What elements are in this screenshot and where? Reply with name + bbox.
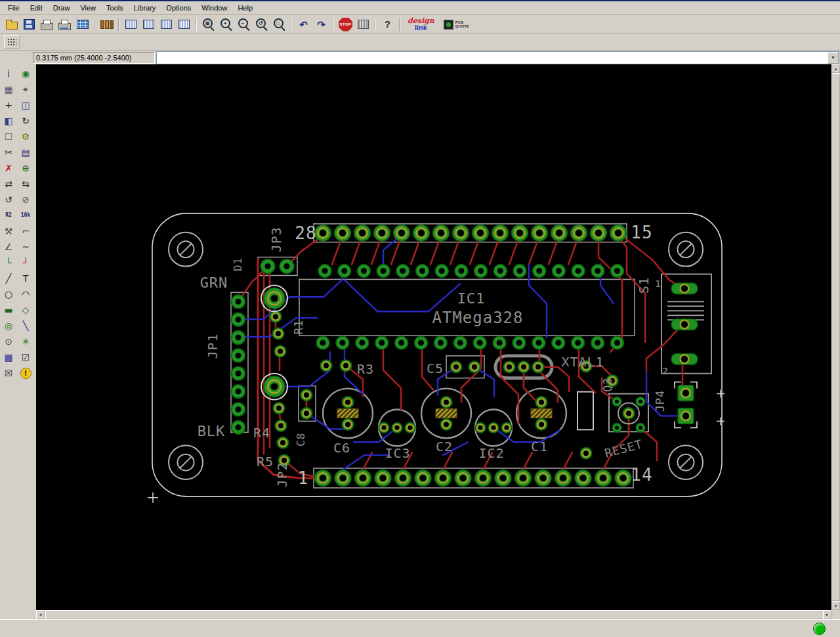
eagle-board-editor-window: File Edit Draw View Tools Library Option… xyxy=(0,0,840,637)
tool-mark-button[interactable]: ⌖ xyxy=(17,81,34,97)
menu-help[interactable]: Help xyxy=(232,3,258,13)
tool-delete-button[interactable]: ✗ xyxy=(0,160,17,176)
scroll-up-button[interactable]: ▲ xyxy=(831,64,840,73)
zoom-out-button[interactable]: − xyxy=(236,16,252,32)
cam-processor-button[interactable] xyxy=(56,16,73,32)
use-library-button[interactable] xyxy=(98,16,115,32)
tool-hole-button[interactable]: ⊙ xyxy=(0,334,17,349)
tool-info-button[interactable]: i xyxy=(0,66,17,81)
scroll-down-button[interactable]: ▼ xyxy=(831,602,840,610)
menu-edit[interactable]: Edit xyxy=(25,3,48,13)
tool-add-button[interactable]: ⊕ xyxy=(17,160,34,176)
redo-button[interactable]: ↷ xyxy=(313,16,329,32)
zoom-select-button[interactable]: □ xyxy=(271,16,287,32)
command-dropdown-button[interactable]: ▼ xyxy=(828,52,839,64)
menu-options[interactable]: Options xyxy=(161,3,196,13)
undo-button[interactable]: ↶ xyxy=(295,16,312,32)
command-input[interactable] xyxy=(157,52,828,64)
tool-group-button[interactable]: ☐ xyxy=(0,129,17,144)
tool-change-button[interactable]: ⚙ xyxy=(17,129,34,144)
pinswap-icon: ⇄ xyxy=(5,179,12,188)
layer-settings-button[interactable] xyxy=(158,16,175,32)
tool-copy-button[interactable]: ◫ xyxy=(17,97,34,113)
pad-hole xyxy=(278,349,283,354)
tool-split-button[interactable]: ∠ xyxy=(0,239,17,255)
tool-display-button[interactable]: ▦ xyxy=(0,81,17,97)
errors-icon: ! xyxy=(20,368,32,379)
mount-hole-slash xyxy=(180,244,192,255)
menu-tools[interactable]: Tools xyxy=(101,3,129,13)
help-button[interactable]: ? xyxy=(379,16,396,32)
stop-button[interactable]: STOP xyxy=(337,16,354,32)
tool-arc-button[interactable]: ◠ xyxy=(17,286,34,302)
menu-window[interactable]: Window xyxy=(196,3,232,13)
board-schematic-button[interactable] xyxy=(74,16,91,32)
menu-draw[interactable]: Draw xyxy=(48,3,75,13)
save-button[interactable] xyxy=(21,16,37,32)
tool-move-button[interactable]: + xyxy=(0,97,17,113)
tool-gateswap-button[interactable]: ⇆ xyxy=(17,176,34,192)
scroll-right-button[interactable]: ► xyxy=(823,610,831,619)
tool-show-button[interactable]: ◉ xyxy=(17,66,34,81)
tool-miter-button[interactable]: ⌐ xyxy=(17,223,34,239)
menu-view[interactable]: View xyxy=(75,3,101,13)
tool-signal-button[interactable]: ╲ xyxy=(17,318,34,334)
pcb-drawing: 2815114IC1ATMega328GRNBLKJP1JP2JP3D1R1R3… xyxy=(36,64,831,610)
tool-rotate-button[interactable]: ↻ xyxy=(17,113,34,129)
horizontal-scroll-thumb[interactable] xyxy=(45,610,822,619)
tool-cut-button[interactable]: ✂ xyxy=(0,144,17,160)
tool-optimize-button[interactable]: ~ xyxy=(17,239,34,255)
zoom-fit-icon: ⊞ xyxy=(203,18,213,28)
zoom-redraw-button[interactable]: ↺ xyxy=(253,16,270,32)
tool-ratsnest-button[interactable]: ✳ xyxy=(17,334,34,349)
optimize-icon: ~ xyxy=(22,242,30,252)
pcb-quote-button[interactable]: PCB QUOTE xyxy=(440,16,473,32)
zoom-fit-button[interactable]: ⊞ xyxy=(200,16,217,32)
tool-pinswap-button[interactable]: ⇄ xyxy=(0,176,17,192)
tool-polygon-button[interactable]: ◇ xyxy=(17,302,34,318)
tool-rect-button[interactable]: ▬ xyxy=(0,302,17,318)
window-refresh-button[interactable] xyxy=(176,16,192,32)
grid-button[interactable] xyxy=(4,35,20,49)
tool-route-button[interactable]: └ xyxy=(0,255,17,271)
pad-hole xyxy=(236,353,242,359)
tool-auto-button[interactable]: ▩ xyxy=(0,349,17,365)
tool-replace-button[interactable]: ↺ xyxy=(0,192,17,208)
tool-via-button[interactable]: ◎ xyxy=(0,318,17,334)
pad-hole xyxy=(444,422,449,427)
zoom-in-button[interactable]: + xyxy=(218,16,234,32)
run-ulp-button[interactable] xyxy=(140,16,157,32)
zoom-select-icon: □ xyxy=(274,18,284,28)
pcb-label-R1: R1 xyxy=(292,320,305,334)
open-button[interactable] xyxy=(3,16,20,32)
print-button[interactable] xyxy=(39,16,55,32)
script-button[interactable] xyxy=(123,16,139,32)
tool-drc-button[interactable]: ☑ xyxy=(17,349,34,365)
tool-name-button[interactable]: R2 xyxy=(0,208,17,223)
cam-printer-icon xyxy=(58,23,71,30)
tool-wire-button[interactable]: ╱ xyxy=(0,271,17,286)
pad-hole xyxy=(340,475,346,481)
tool-mirror-button[interactable]: ◧ xyxy=(0,113,17,129)
tool-errors-button[interactable]: ! xyxy=(17,365,34,381)
tool-text-button[interactable]: T xyxy=(17,271,34,286)
pad-hole xyxy=(304,393,309,398)
scroll-left-button[interactable]: ◄ xyxy=(36,610,45,619)
tool-smash-button[interactable]: ⚒ xyxy=(0,223,17,239)
go-button[interactable] xyxy=(355,16,371,32)
tool-ripup-button[interactable]: ┘ xyxy=(17,255,34,271)
pcb-label-14: 14 xyxy=(631,465,652,485)
text-icon: T xyxy=(23,274,29,283)
vertical-scroll-thumb[interactable] xyxy=(831,74,840,601)
tool-lock-button[interactable]: ⊘ xyxy=(17,192,34,208)
pad-hole xyxy=(236,299,242,305)
tool-paste-button[interactable]: ▤ xyxy=(17,144,34,160)
tool-value-button[interactable]: 10k xyxy=(17,208,34,223)
board-canvas[interactable]: 2815114IC1ATMega328GRNBLKJP1JP2JP3D1R1R3… xyxy=(36,64,831,610)
board-icon xyxy=(77,20,89,29)
menu-file[interactable]: File xyxy=(3,3,25,13)
menu-library[interactable]: Library xyxy=(129,3,161,13)
tool-erc-button[interactable]: ☒ xyxy=(0,365,17,381)
tool-circle-button[interactable]: ○ xyxy=(0,286,17,302)
design-link-button[interactable]: design link xyxy=(404,16,438,32)
